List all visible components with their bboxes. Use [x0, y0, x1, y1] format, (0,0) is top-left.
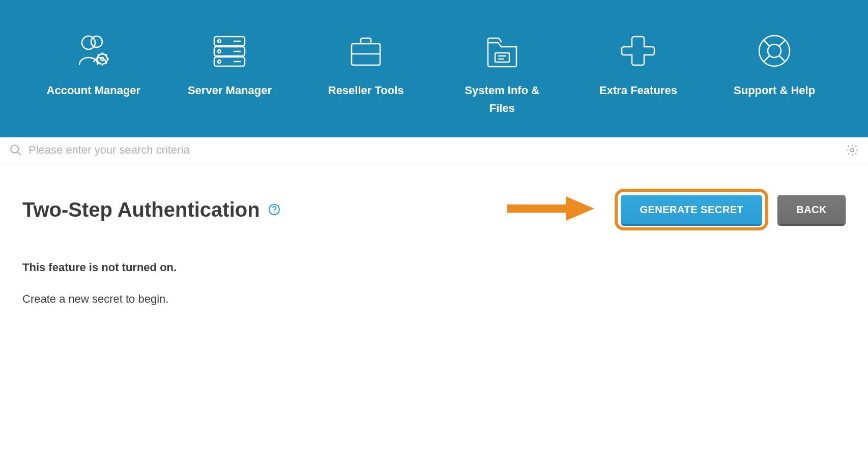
nav-support-help[interactable]: Support & Help [724, 31, 825, 99]
svg-point-34 [851, 149, 854, 152]
nav-label: Account Manager [47, 81, 141, 99]
nav-extra-features[interactable]: Extra Features [587, 31, 689, 99]
nav-label: System Info & Files [451, 81, 553, 117]
nav-label: Support & Help [734, 81, 815, 99]
search-bar [0, 137, 868, 163]
briefcase-icon [345, 31, 386, 71]
nav-system-info-files[interactable]: System Info & Files [451, 31, 553, 117]
folder-files-icon [482, 31, 523, 71]
svg-point-17 [218, 60, 221, 63]
svg-point-16 [218, 50, 221, 53]
svg-line-29 [779, 40, 785, 46]
top-nav: Account Manager Server Manager [0, 0, 868, 137]
back-button[interactable]: BACK [777, 195, 846, 224]
lifebuoy-icon [754, 31, 795, 71]
svg-line-28 [764, 40, 770, 46]
server-stack-icon [209, 31, 250, 71]
help-text: Create a new secret to begin. [22, 292, 846, 306]
status-text: This feature is not turned on. [22, 261, 846, 274]
generate-secret-button[interactable]: GENERATE SECRET [621, 195, 762, 224]
svg-point-1 [91, 36, 102, 47]
search-input[interactable] [28, 143, 846, 157]
svg-marker-38 [566, 196, 594, 221]
svg-line-33 [17, 152, 21, 156]
plus-icon [618, 31, 658, 71]
search-icon [9, 143, 22, 157]
actions: GENERATE SECRET BACK [505, 189, 846, 230]
svg-line-31 [779, 55, 785, 62]
svg-point-15 [218, 40, 221, 43]
nav-label: Server Manager [188, 81, 272, 99]
nav-account-manager[interactable]: Account Manager [43, 31, 144, 99]
svg-point-32 [11, 145, 18, 153]
nav-reseller-tools[interactable]: Reseller Tools [315, 31, 417, 99]
help-icon[interactable] [268, 203, 280, 216]
arrow-annotation-icon [505, 193, 596, 226]
svg-point-36 [274, 212, 275, 213]
title-wrap: Two-Step Authentication [22, 198, 280, 221]
content: Two-Step Authentication GENERATE SECRET … [0, 163, 868, 331]
svg-line-30 [764, 55, 770, 62]
nav-server-manager[interactable]: Server Manager [179, 31, 280, 99]
page-title: Two-Step Authentication [22, 198, 260, 221]
gear-icon[interactable] [846, 143, 859, 157]
nav-label: Reseller Tools [328, 81, 404, 99]
page-header: Two-Step Authentication GENERATE SECRET … [22, 189, 846, 230]
nav-label: Extra Features [599, 81, 677, 99]
users-gear-icon [73, 31, 114, 71]
svg-point-3 [101, 57, 104, 61]
svg-rect-23 [495, 53, 509, 62]
highlight-frame: GENERATE SECRET [615, 189, 768, 230]
